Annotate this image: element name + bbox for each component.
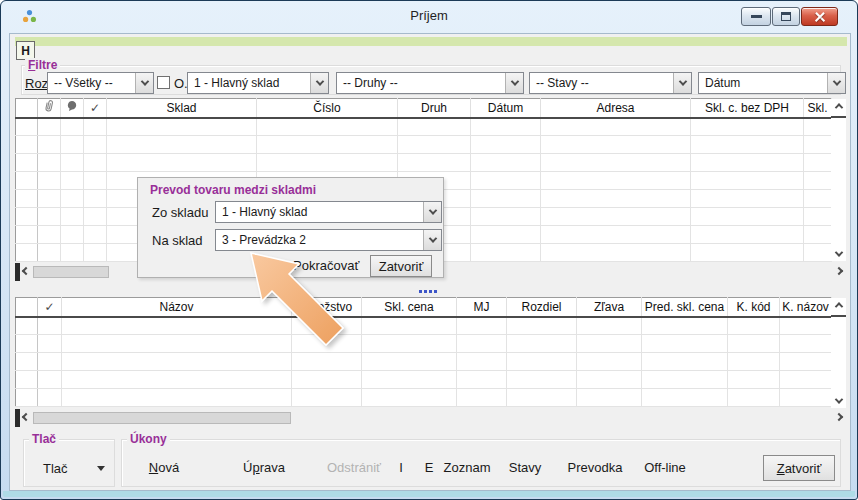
grid-cell[interactable] bbox=[691, 136, 804, 154]
grid-cell[interactable] bbox=[16, 335, 38, 353]
grid-cell[interactable] bbox=[38, 335, 62, 353]
grid-cell[interactable] bbox=[691, 154, 804, 172]
column-header-sklad[interactable]: Sklad bbox=[107, 99, 257, 118]
grid-cell[interactable] bbox=[541, 226, 691, 244]
column-header-adresa[interactable]: Adresa bbox=[541, 99, 691, 118]
grid-cell[interactable] bbox=[691, 118, 804, 136]
chevron-down-icon[interactable] bbox=[135, 73, 153, 93]
grid-cell[interactable] bbox=[457, 389, 507, 407]
grid-cell[interactable] bbox=[780, 389, 832, 407]
grid-cell[interactable] bbox=[61, 136, 84, 154]
column-header-pred-skl-cena[interactable]: Pred. skl. cena bbox=[642, 298, 728, 317]
chevron-down-icon[interactable] bbox=[423, 202, 441, 222]
grid-cell[interactable] bbox=[38, 353, 62, 371]
grid-cell[interactable] bbox=[780, 353, 832, 371]
column-header-mnozstvo[interactable]: Množstvo bbox=[292, 298, 362, 317]
grid-cell[interactable] bbox=[292, 389, 362, 407]
grid-cell[interactable] bbox=[471, 244, 541, 262]
table-row[interactable] bbox=[16, 335, 832, 353]
grid-cell[interactable] bbox=[362, 335, 457, 353]
grid-cell[interactable] bbox=[62, 317, 292, 335]
scope-combobox[interactable]: -- Všetky -- bbox=[47, 72, 154, 94]
items-horizontal-scrollbar[interactable] bbox=[15, 409, 846, 427]
continue-button[interactable]: Pokračovať bbox=[293, 258, 359, 273]
table-row[interactable] bbox=[16, 353, 832, 371]
grid-cell[interactable] bbox=[471, 118, 541, 136]
grid-cell[interactable] bbox=[292, 353, 362, 371]
check-column-header[interactable]: ✓ bbox=[84, 99, 107, 118]
grid-cell[interactable] bbox=[541, 208, 691, 226]
grid-cell[interactable] bbox=[107, 154, 257, 172]
column-header-skl[interactable]: Skl. bbox=[804, 99, 832, 118]
grid-cell[interactable] bbox=[16, 371, 38, 389]
grid-cell[interactable] bbox=[107, 136, 257, 154]
grid-cell[interactable] bbox=[84, 226, 107, 244]
grid-cell[interactable] bbox=[728, 335, 780, 353]
scroll-right-icon[interactable] bbox=[835, 413, 843, 421]
grid-cell[interactable] bbox=[804, 118, 832, 136]
grid-cell[interactable] bbox=[61, 154, 84, 172]
grid-cell[interactable] bbox=[728, 389, 780, 407]
grid-cell[interactable] bbox=[257, 118, 398, 136]
edit-button[interactable]: Úprava bbox=[239, 455, 289, 481]
grid-cell[interactable] bbox=[541, 190, 691, 208]
grid-cell[interactable] bbox=[38, 190, 61, 208]
documents-vertical-scrollbar[interactable] bbox=[831, 99, 846, 261]
grid-cell[interactable] bbox=[728, 353, 780, 371]
grid-cell[interactable] bbox=[16, 172, 38, 190]
states-button[interactable]: Stavy bbox=[505, 455, 546, 481]
grid-cell[interactable] bbox=[292, 317, 362, 335]
grid-cell[interactable] bbox=[541, 244, 691, 262]
grid-cell[interactable] bbox=[38, 244, 61, 262]
grid-cell[interactable] bbox=[84, 244, 107, 262]
table-row[interactable] bbox=[16, 136, 832, 154]
chevron-down-icon[interactable] bbox=[423, 230, 441, 250]
from-warehouse-combobox[interactable]: 1 - Hlavný sklad bbox=[215, 201, 442, 223]
o-checkbox[interactable] bbox=[157, 76, 170, 89]
grid-cell[interactable] bbox=[804, 172, 832, 190]
grid-cell[interactable] bbox=[62, 335, 292, 353]
close-button[interactable] bbox=[801, 7, 838, 26]
scroll-right-icon[interactable] bbox=[835, 267, 843, 275]
grid-cell[interactable] bbox=[780, 317, 832, 335]
table-row[interactable] bbox=[16, 154, 832, 172]
table-row[interactable] bbox=[16, 371, 832, 389]
grid-cell[interactable] bbox=[471, 226, 541, 244]
grid-cell[interactable] bbox=[577, 389, 642, 407]
grid-cell[interactable] bbox=[362, 353, 457, 371]
grid-cell[interactable] bbox=[577, 335, 642, 353]
grid-cell[interactable] bbox=[62, 371, 292, 389]
grid-cell[interactable] bbox=[38, 389, 62, 407]
grid-cell[interactable] bbox=[61, 208, 84, 226]
e-button[interactable]: E bbox=[421, 455, 438, 481]
scroll-down-icon[interactable] bbox=[834, 248, 842, 256]
attachment-column-header[interactable] bbox=[38, 99, 61, 118]
grid-cell[interactable] bbox=[804, 136, 832, 154]
column-header-zlava[interactable]: Zľava bbox=[577, 298, 642, 317]
grid-cell[interactable] bbox=[642, 371, 728, 389]
grid-cell[interactable] bbox=[804, 208, 832, 226]
grid-cell[interactable] bbox=[362, 317, 457, 335]
column-header-mj[interactable]: MJ bbox=[457, 298, 507, 317]
grid-cell[interactable] bbox=[292, 335, 362, 353]
grid-cell[interactable] bbox=[16, 208, 38, 226]
restore-button[interactable] bbox=[772, 7, 800, 26]
grid-cell[interactable] bbox=[507, 353, 577, 371]
grid-cell[interactable] bbox=[61, 118, 84, 136]
grid-cell[interactable] bbox=[38, 118, 61, 136]
flag-column-header[interactable] bbox=[61, 99, 84, 118]
grid-cell[interactable] bbox=[38, 226, 61, 244]
grid-cell[interactable] bbox=[471, 172, 541, 190]
grid-cell[interactable] bbox=[16, 389, 38, 407]
check-column-header[interactable]: ✓ bbox=[38, 298, 62, 317]
minimize-button[interactable] bbox=[741, 7, 771, 26]
grid-cell[interactable] bbox=[804, 190, 832, 208]
scroll-up-icon[interactable] bbox=[834, 103, 842, 111]
grid-cell[interactable] bbox=[780, 371, 832, 389]
scroll-left-icon[interactable] bbox=[22, 413, 30, 421]
grid-cell[interactable] bbox=[61, 226, 84, 244]
grid-cell[interactable] bbox=[691, 190, 804, 208]
grid-cell[interactable] bbox=[541, 136, 691, 154]
grid-cell[interactable] bbox=[780, 335, 832, 353]
grid-cell[interactable] bbox=[691, 244, 804, 262]
